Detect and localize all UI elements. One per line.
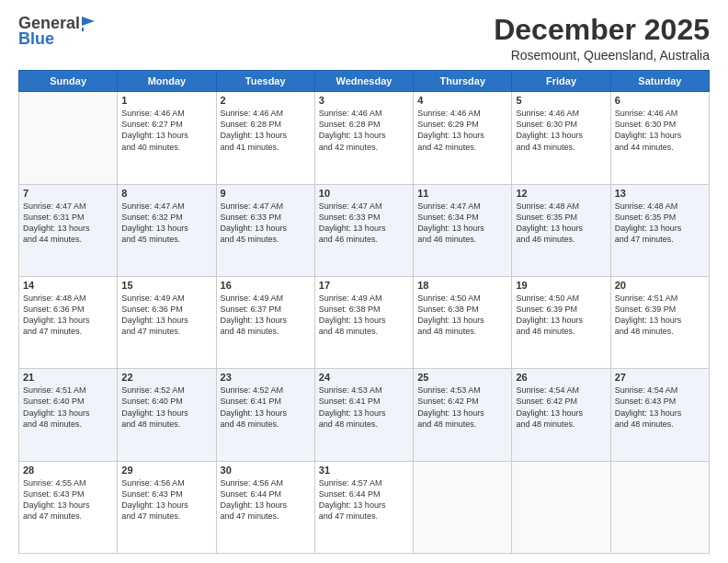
- day-number: 17: [319, 280, 409, 291]
- day-number: 5: [516, 95, 606, 106]
- table-row: 2Sunrise: 4:46 AM Sunset: 6:28 PM Daylig…: [216, 92, 314, 184]
- day-number: 30: [221, 465, 311, 476]
- day-info: Sunrise: 4:46 AM Sunset: 6:30 PM Dayligh…: [615, 108, 705, 153]
- day-number: 26: [516, 372, 606, 383]
- table-row: 26Sunrise: 4:54 AM Sunset: 6:42 PM Dayli…: [512, 369, 610, 461]
- day-info: Sunrise: 4:47 AM Sunset: 6:33 PM Dayligh…: [221, 201, 311, 246]
- day-number: 23: [221, 372, 311, 383]
- day-info: Sunrise: 4:51 AM Sunset: 6:40 PM Dayligh…: [23, 385, 113, 430]
- day-info: Sunrise: 4:47 AM Sunset: 6:31 PM Dayligh…: [23, 201, 113, 246]
- table-row: 24Sunrise: 4:53 AM Sunset: 6:41 PM Dayli…: [314, 369, 413, 461]
- day-info: Sunrise: 4:49 AM Sunset: 6:37 PM Dayligh…: [221, 293, 311, 338]
- day-number: 15: [121, 280, 211, 291]
- day-number: 31: [319, 465, 409, 476]
- calendar-header-row: Sunday Monday Tuesday Wednesday Thursday…: [19, 71, 710, 92]
- table-row: 18Sunrise: 4:50 AM Sunset: 6:38 PM Dayli…: [414, 276, 512, 368]
- table-row: 10Sunrise: 4:47 AM Sunset: 6:33 PM Dayli…: [314, 184, 413, 276]
- table-row: 29Sunrise: 4:56 AM Sunset: 6:43 PM Dayli…: [118, 461, 216, 553]
- calendar-week-row: 21Sunrise: 4:51 AM Sunset: 6:40 PM Dayli…: [19, 369, 710, 461]
- table-row: [512, 461, 610, 553]
- col-wednesday: Wednesday: [314, 71, 413, 92]
- day-info: Sunrise: 4:50 AM Sunset: 6:38 PM Dayligh…: [417, 293, 507, 338]
- day-info: Sunrise: 4:53 AM Sunset: 6:41 PM Dayligh…: [319, 385, 409, 430]
- col-sunday: Sunday: [19, 71, 118, 92]
- day-info: Sunrise: 4:52 AM Sunset: 6:41 PM Dayligh…: [221, 385, 311, 430]
- table-row: 6Sunrise: 4:46 AM Sunset: 6:30 PM Daylig…: [610, 92, 709, 184]
- col-thursday: Thursday: [414, 71, 512, 92]
- day-info: Sunrise: 4:55 AM Sunset: 6:43 PM Dayligh…: [23, 477, 113, 523]
- day-number: 4: [417, 95, 507, 106]
- header: General Blue December 2025 Rosemount, Qu…: [18, 14, 710, 63]
- table-row: 23Sunrise: 4:52 AM Sunset: 6:41 PM Dayli…: [216, 369, 314, 461]
- table-row: 15Sunrise: 4:49 AM Sunset: 6:36 PM Dayli…: [118, 276, 216, 368]
- day-info: Sunrise: 4:46 AM Sunset: 6:28 PM Dayligh…: [319, 108, 409, 153]
- day-number: 19: [516, 280, 606, 291]
- day-number: 7: [23, 188, 113, 199]
- day-info: Sunrise: 4:54 AM Sunset: 6:42 PM Dayligh…: [516, 385, 606, 430]
- table-row: 9Sunrise: 4:47 AM Sunset: 6:33 PM Daylig…: [216, 184, 314, 276]
- day-number: 12: [516, 188, 606, 199]
- table-row: 3Sunrise: 4:46 AM Sunset: 6:28 PM Daylig…: [314, 92, 413, 184]
- day-info: Sunrise: 4:47 AM Sunset: 6:33 PM Dayligh…: [319, 201, 409, 246]
- day-info: Sunrise: 4:49 AM Sunset: 6:36 PM Dayligh…: [121, 293, 211, 338]
- day-info: Sunrise: 4:48 AM Sunset: 6:36 PM Dayligh…: [23, 293, 113, 338]
- day-number: 9: [221, 188, 311, 199]
- day-info: Sunrise: 4:53 AM Sunset: 6:42 PM Dayligh…: [417, 385, 507, 430]
- table-row: 1Sunrise: 4:46 AM Sunset: 6:27 PM Daylig…: [118, 92, 216, 184]
- calendar-week-row: 1Sunrise: 4:46 AM Sunset: 6:27 PM Daylig…: [19, 92, 710, 184]
- day-info: Sunrise: 4:57 AM Sunset: 6:44 PM Dayligh…: [319, 477, 409, 523]
- day-info: Sunrise: 4:56 AM Sunset: 6:44 PM Dayligh…: [221, 477, 311, 523]
- day-number: 25: [417, 372, 507, 383]
- table-row: 17Sunrise: 4:49 AM Sunset: 6:38 PM Dayli…: [314, 276, 413, 368]
- table-row: 14Sunrise: 4:48 AM Sunset: 6:36 PM Dayli…: [19, 276, 118, 368]
- col-friday: Friday: [512, 71, 610, 92]
- day-number: 22: [121, 372, 211, 383]
- table-row: 4Sunrise: 4:46 AM Sunset: 6:29 PM Daylig…: [414, 92, 512, 184]
- svg-marker-0: [82, 17, 95, 26]
- col-saturday: Saturday: [610, 71, 709, 92]
- logo: General Blue: [18, 14, 98, 49]
- table-row: 11Sunrise: 4:47 AM Sunset: 6:34 PM Dayli…: [414, 184, 512, 276]
- table-row: 20Sunrise: 4:51 AM Sunset: 6:39 PM Dayli…: [610, 276, 709, 368]
- table-row: 31Sunrise: 4:57 AM Sunset: 6:44 PM Dayli…: [314, 461, 413, 553]
- table-row: [414, 461, 512, 553]
- day-info: Sunrise: 4:50 AM Sunset: 6:39 PM Dayligh…: [516, 293, 606, 338]
- table-row: [610, 461, 709, 553]
- day-info: Sunrise: 4:49 AM Sunset: 6:38 PM Dayligh…: [319, 293, 409, 338]
- table-row: 13Sunrise: 4:48 AM Sunset: 6:35 PM Dayli…: [610, 184, 709, 276]
- day-info: Sunrise: 4:56 AM Sunset: 6:43 PM Dayligh…: [121, 477, 211, 523]
- calendar-table: Sunday Monday Tuesday Wednesday Thursday…: [18, 70, 710, 554]
- day-info: Sunrise: 4:54 AM Sunset: 6:43 PM Dayligh…: [615, 385, 705, 430]
- svg-rect-1: [82, 28, 84, 31]
- day-info: Sunrise: 4:46 AM Sunset: 6:30 PM Dayligh…: [516, 108, 606, 153]
- day-number: 11: [417, 188, 507, 199]
- page: General Blue December 2025 Rosemount, Qu…: [0, 0, 728, 563]
- table-row: 22Sunrise: 4:52 AM Sunset: 6:40 PM Dayli…: [118, 369, 216, 461]
- table-row: 7Sunrise: 4:47 AM Sunset: 6:31 PM Daylig…: [19, 184, 118, 276]
- day-number: 28: [23, 465, 113, 476]
- table-row: 16Sunrise: 4:49 AM Sunset: 6:37 PM Dayli…: [216, 276, 314, 368]
- calendar-week-row: 14Sunrise: 4:48 AM Sunset: 6:36 PM Dayli…: [19, 276, 710, 368]
- month-title: December 2025: [494, 14, 710, 46]
- day-number: 3: [319, 95, 409, 106]
- logo-blue: Blue: [18, 29, 54, 49]
- table-row: 21Sunrise: 4:51 AM Sunset: 6:40 PM Dayli…: [19, 369, 118, 461]
- day-number: 20: [615, 280, 705, 291]
- table-row: 5Sunrise: 4:46 AM Sunset: 6:30 PM Daylig…: [512, 92, 610, 184]
- col-tuesday: Tuesday: [216, 71, 314, 92]
- table-row: 8Sunrise: 4:47 AM Sunset: 6:32 PM Daylig…: [118, 184, 216, 276]
- logo-flag-icon: [82, 17, 98, 31]
- day-number: 6: [615, 95, 705, 106]
- day-number: 1: [121, 95, 211, 106]
- table-row: 25Sunrise: 4:53 AM Sunset: 6:42 PM Dayli…: [414, 369, 512, 461]
- day-info: Sunrise: 4:51 AM Sunset: 6:39 PM Dayligh…: [615, 293, 705, 338]
- day-info: Sunrise: 4:47 AM Sunset: 6:32 PM Dayligh…: [121, 201, 211, 246]
- day-number: 8: [121, 188, 211, 199]
- table-row: 27Sunrise: 4:54 AM Sunset: 6:43 PM Dayli…: [610, 369, 709, 461]
- day-info: Sunrise: 4:46 AM Sunset: 6:29 PM Dayligh…: [417, 108, 507, 153]
- location: Rosemount, Queensland, Australia: [494, 48, 710, 63]
- day-number: 10: [319, 188, 409, 199]
- day-info: Sunrise: 4:52 AM Sunset: 6:40 PM Dayligh…: [121, 385, 211, 430]
- col-monday: Monday: [118, 71, 216, 92]
- table-row: 30Sunrise: 4:56 AM Sunset: 6:44 PM Dayli…: [216, 461, 314, 553]
